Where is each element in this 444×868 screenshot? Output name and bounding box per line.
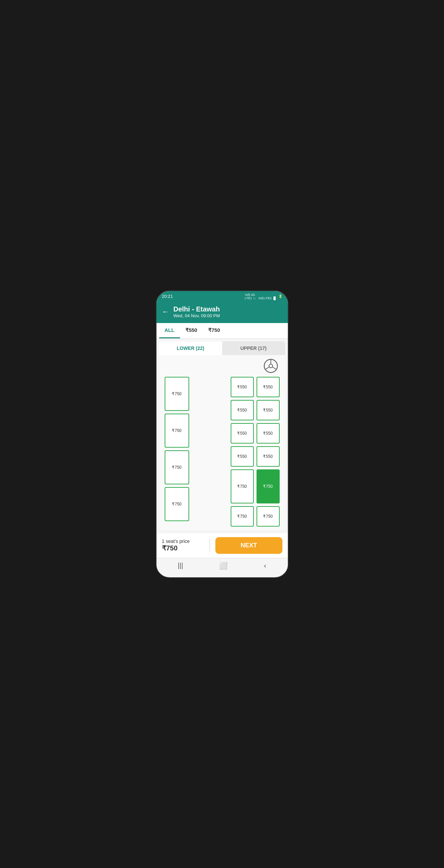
price-section: 1 seat's price ₹750 bbox=[162, 539, 204, 552]
steering-icon bbox=[263, 358, 278, 373]
steering-area bbox=[163, 358, 281, 373]
route-title: Delhi - Etawah bbox=[174, 305, 220, 313]
signal-icons: Vol) 4GLTE1 ↑↓ Vol) LTE2 ▐▌ bbox=[245, 293, 277, 300]
tab-upper[interactable]: UPPER (17) bbox=[222, 341, 285, 355]
berth-tabs: LOWER (22) UPPER (17) bbox=[159, 341, 285, 355]
right-seat-column: ₹550 ₹550 ₹550 ₹550 bbox=[231, 377, 280, 527]
left-seat-column: ₹750 ₹750 ₹750 ₹750 bbox=[165, 377, 192, 527]
battery-icon: 🔋 bbox=[278, 294, 282, 298]
seat-R3A-price: ₹550 bbox=[237, 431, 247, 436]
seat-R4B[interactable]: ₹550 bbox=[257, 446, 280, 467]
seat-R1B-price: ₹550 bbox=[263, 385, 273, 389]
tab-price-550[interactable]: ₹550 bbox=[180, 323, 203, 338]
header-title: Delhi - Etawah Wed, 04 Nov, 09:00 PM bbox=[174, 305, 220, 318]
datetime-subtitle: Wed, 04 Nov, 09:00 PM bbox=[174, 313, 220, 318]
tab-lower[interactable]: LOWER (22) bbox=[159, 341, 222, 355]
status-bar: 20:21 Vol) 4GLTE1 ↑↓ Vol) LTE2 ▐▌ 🔋 bbox=[157, 291, 288, 302]
seat-row-1: ₹550 ₹550 bbox=[231, 377, 280, 397]
seat-L4-price: ₹750 bbox=[172, 502, 181, 507]
seats-price-label: 1 seat's price bbox=[162, 539, 204, 544]
nav-bar: ||| ⬜ ‹ bbox=[157, 558, 288, 573]
price-filter-tabs: ALL ₹550 ₹750 bbox=[157, 323, 288, 339]
seat-R5B[interactable]: ₹750 bbox=[257, 469, 280, 503]
seat-R4A-price: ₹550 bbox=[237, 454, 247, 459]
svg-line-3 bbox=[265, 367, 269, 369]
seat-R5B-price: ₹750 bbox=[263, 484, 273, 489]
seat-R1B[interactable]: ₹550 bbox=[257, 377, 280, 397]
seat-R4B-price: ₹550 bbox=[263, 454, 273, 459]
seat-R5A[interactable]: ₹750 bbox=[231, 469, 254, 503]
seat-L4[interactable]: ₹750 bbox=[165, 487, 189, 521]
seat-L2[interactable]: ₹750 bbox=[165, 414, 189, 448]
seat-L3[interactable]: ₹750 bbox=[165, 450, 189, 484]
seat-row-4: ₹550 ₹550 bbox=[231, 446, 280, 467]
back-button[interactable]: ← bbox=[162, 307, 169, 316]
header: ← Delhi - Etawah Wed, 04 Nov, 09:00 PM bbox=[157, 302, 288, 323]
seat-R2A[interactable]: ₹550 bbox=[231, 400, 254, 420]
seat-map: ₹750 ₹750 ₹750 ₹750 bbox=[159, 355, 285, 530]
seat-L1-price: ₹750 bbox=[172, 391, 181, 396]
svg-point-1 bbox=[269, 364, 273, 368]
seat-R6B-price: ₹750 bbox=[263, 514, 273, 519]
seat-R5A-price: ₹750 bbox=[237, 484, 247, 489]
seat-row-6: ₹750 ₹750 bbox=[231, 506, 280, 527]
seat-R3B[interactable]: ₹550 bbox=[257, 423, 280, 444]
status-time: 20:21 bbox=[162, 294, 173, 299]
seat-L1[interactable]: ₹750 bbox=[165, 377, 189, 411]
tab-all[interactable]: ALL bbox=[159, 323, 180, 338]
seat-R1A[interactable]: ₹550 bbox=[231, 377, 254, 397]
seat-L2-price: ₹750 bbox=[172, 428, 181, 433]
seat-R2B[interactable]: ₹550 bbox=[257, 400, 280, 420]
next-button[interactable]: NEXT bbox=[215, 537, 282, 554]
nav-back-icon[interactable]: ‹ bbox=[264, 562, 266, 569]
phone-frame: 20:21 Vol) 4GLTE1 ↑↓ Vol) LTE2 ▐▌ 🔋 ← De… bbox=[156, 290, 289, 578]
nav-menu-icon[interactable]: ||| bbox=[178, 562, 183, 569]
divider bbox=[210, 539, 210, 552]
bottom-bar: 1 seat's price ₹750 NEXT bbox=[157, 533, 288, 558]
status-icons: Vol) 4GLTE1 ↑↓ Vol) LTE2 ▐▌ 🔋 bbox=[245, 293, 282, 300]
seat-R4A[interactable]: ₹550 bbox=[231, 446, 254, 467]
seat-R3B-price: ₹550 bbox=[263, 431, 273, 436]
seat-row-5: ₹750 ₹750 bbox=[231, 469, 280, 503]
svg-line-4 bbox=[272, 367, 276, 369]
seat-panel: LOWER (22) UPPER (17) ₹750 bbox=[159, 341, 285, 530]
seat-L3-price: ₹750 bbox=[172, 465, 181, 470]
seat-R3A[interactable]: ₹550 bbox=[231, 423, 254, 444]
seat-R6B[interactable]: ₹750 bbox=[257, 506, 280, 527]
seat-R2B-price: ₹550 bbox=[263, 408, 273, 413]
seat-R2A-price: ₹550 bbox=[237, 408, 247, 413]
seat-row-2: ₹550 ₹550 bbox=[231, 400, 280, 420]
seat-R6A[interactable]: ₹750 bbox=[231, 506, 254, 527]
seat-R6A-price: ₹750 bbox=[237, 514, 247, 519]
seat-R1A-price: ₹550 bbox=[237, 385, 247, 389]
tab-price-750[interactable]: ₹750 bbox=[203, 323, 226, 338]
nav-home-icon[interactable]: ⬜ bbox=[219, 562, 228, 570]
seats-price-value: ₹750 bbox=[162, 544, 204, 552]
seat-row-3: ₹550 ₹550 bbox=[231, 423, 280, 444]
